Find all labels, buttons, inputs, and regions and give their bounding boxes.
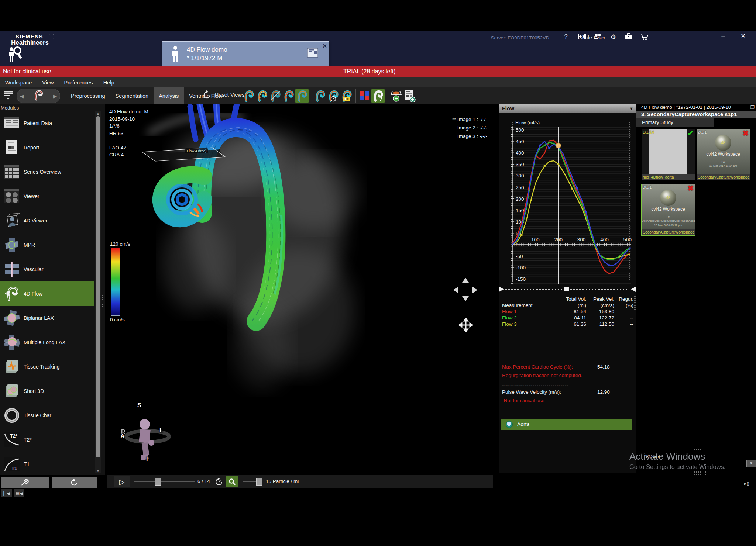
cart-icon[interactable] <box>639 33 650 43</box>
sidebar-item-tissue-tracking[interactable]: Tissue Tracking <box>0 355 94 379</box>
measurement-row-flow-3: Flow 3 <box>502 321 560 327</box>
menu-preferences[interactable]: Preferences <box>59 80 98 86</box>
scroll-up-icon[interactable]: ▲ <box>95 111 101 116</box>
scroll-down-icon[interactable]: ▼ <box>95 469 101 473</box>
tools-button[interactable] <box>1 477 49 488</box>
sidebar-item-viewer[interactable]: Viewer <box>0 184 94 208</box>
pathlines-icon[interactable] <box>295 89 309 103</box>
chevron-down-icon[interactable]: ▼ <box>629 106 633 111</box>
range-start-handle[interactable] <box>499 287 504 292</box>
briefcase-icon[interactable] <box>623 33 634 43</box>
play-button[interactable]: ▷ <box>114 476 130 487</box>
reset-module-button[interactable] <box>52 477 97 488</box>
prev-series-icon[interactable]: ◀ <box>20 93 24 99</box>
report-preview-icon[interactable] <box>307 48 318 59</box>
cine-speed-icon[interactable] <box>213 477 224 487</box>
svg-text:250: 250 <box>516 185 524 190</box>
series-thumbnail-3[interactable]: 4²cvi42 WorkspaceTMOpenAppsUser OpenApps… <box>642 184 695 235</box>
sidebar-item-report[interactable]: Report <box>0 135 94 160</box>
battery-display-icon[interactable] <box>340 89 353 103</box>
dock-grip-bottom[interactable] <box>693 471 707 475</box>
patient-data-icon <box>0 115 24 131</box>
next-series-icon[interactable]: ▶ <box>53 93 57 99</box>
sidebar-splitter-grip[interactable] <box>102 295 103 308</box>
particle-slider-track[interactable] <box>243 481 262 482</box>
minimize-button[interactable]: – <box>717 32 729 42</box>
rotate-left-icon[interactable] <box>453 287 458 293</box>
collapse-left-panel-icon[interactable]: ▏◀ <box>1 489 12 497</box>
scrollbar-thumb[interactable] <box>96 116 100 457</box>
frame-slider-track[interactable] <box>134 481 195 482</box>
undock-panel-icon[interactable]: ❐ <box>750 104 755 110</box>
menu-help[interactable]: Help <box>98 80 120 86</box>
series-thumbnail-2[interactable]: 4²cvi42 WorkspaceTW17 Mar 2017 11:14 am2… <box>697 129 750 180</box>
tab-preprocessing[interactable]: Preprocessing <box>66 87 110 104</box>
vectors-icon[interactable] <box>255 89 269 103</box>
particle-zoom-button[interactable] <box>226 476 238 487</box>
roi-aorta-bar[interactable]: Aorta <box>501 419 632 430</box>
sidebar-item-t1[interactable]: T1T1 <box>0 452 94 476</box>
sidebar-item-patient-data[interactable]: Patient Data <box>0 111 94 135</box>
rotate-right-icon[interactable] <box>472 287 477 293</box>
measurement-row-flow-2: Flow 2 <box>502 315 560 321</box>
menu-workspace[interactable]: Workspace <box>0 80 37 86</box>
particle-slider-thumb[interactable] <box>256 478 262 486</box>
sidebar-item-4d-viewer[interactable]: 4D Viewer <box>0 208 94 233</box>
cvi42-logo-icon[interactable] <box>577 33 588 43</box>
tab-analysis[interactable]: Analysis <box>154 87 184 105</box>
tab-primary-study[interactable]: Primary Study <box>636 118 714 127</box>
streamlines-icon[interactable] <box>242 89 255 103</box>
modules-scrollbar[interactable]: ▲ ▼ <box>95 111 101 473</box>
sidebar-item-multiple-long-lax[interactable]: Multiple Long LAX <box>0 330 94 355</box>
dock-grip-top[interactable] <box>693 449 705 450</box>
close-button[interactable]: ✕ <box>737 32 749 42</box>
users-icon[interactable] <box>592 33 603 43</box>
expand-right-panel-icon[interactable]: ▸▯ <box>744 481 749 486</box>
overlay-vessel-icon[interactable] <box>371 89 385 103</box>
tab-segmentation[interactable]: Segmentation <box>110 87 154 104</box>
status-x-icon: ✖ <box>687 184 694 193</box>
sidebar-item-biplanar-lax[interactable]: Biplanar LAX <box>0 306 94 330</box>
add-plane-icon[interactable] <box>389 89 403 103</box>
add-report-icon[interactable] <box>403 89 416 103</box>
frame-slider-thumb[interactable] <box>155 478 161 486</box>
3d-viewport[interactable]: 4D Flow demo M2015-09-101/*/6HR 63 LAO 4… <box>107 104 491 473</box>
sidebar-item-short-3d[interactable]: Short 3D <box>0 379 94 403</box>
banner-close-icon[interactable]: ✕ <box>322 43 327 49</box>
rotate-up-icon[interactable] <box>462 278 469 283</box>
collapse-list-icon[interactable]: ▤◀ <box>14 489 24 497</box>
plain-vessel-icon[interactable] <box>313 89 327 103</box>
sidebar-item-4d-flow[interactable]: 4D Flow <box>0 281 94 306</box>
particles-icon[interactable] <box>282 89 295 103</box>
range-thumb[interactable] <box>564 287 569 291</box>
speed-display-icon[interactable] <box>327 89 340 103</box>
layout-grid-icon[interactable] <box>358 89 371 103</box>
flow-panel-header[interactable]: Flow ▼ <box>499 104 636 113</box>
flow-chart[interactable]: -150-100-5005010015020025030035040045050… <box>500 113 636 285</box>
patient-banner[interactable]: 4D Flow demo * 1/1/1972 M ✕ <box>162 41 329 66</box>
panel-splitter-grip[interactable] <box>634 296 636 311</box>
dock-dropdown-icon[interactable]: ▼ <box>746 460 756 467</box>
menu-view[interactable]: View <box>37 80 59 86</box>
pan-tool-icon[interactable] <box>458 318 473 334</box>
series-thumbnail-1[interactable]: 1/1/14✔mib_4Dflow_aorta <box>642 129 695 180</box>
sidebar-item-label: T1 <box>24 461 30 467</box>
rotate-down-icon[interactable] <box>462 296 469 301</box>
chart-cursor-point[interactable] <box>556 143 561 148</box>
patient-search-icon[interactable] <box>7 46 23 65</box>
series-flow-1 <box>512 140 630 273</box>
zoom-minus-icon[interactable]: − <box>472 277 475 283</box>
range-end-handle[interactable] <box>631 287 636 292</box>
status-x-icon: ✖ <box>742 129 749 138</box>
sidebar-item-series-overview[interactable]: Series Overview <box>0 160 94 184</box>
layout-menu-icon[interactable] <box>4 90 13 103</box>
help-icon[interactable]: ? <box>560 33 571 43</box>
sidebar-item-t2-[interactable]: T2*T2* <box>0 428 94 452</box>
sidebar-item-mpr[interactable]: MPR <box>0 233 94 257</box>
settings-gear-icon[interactable]: ⚙ <box>608 33 619 43</box>
sidebar-item-tissue-char[interactable]: Tissue Char <box>0 403 94 428</box>
sidebar-item-vascular[interactable]: Vascular <box>0 257 94 281</box>
reset-views-button[interactable]: Reset Views <box>202 90 244 100</box>
no-plane-icon[interactable] <box>269 89 282 103</box>
view-rotate-controls: − <box>453 277 478 305</box>
